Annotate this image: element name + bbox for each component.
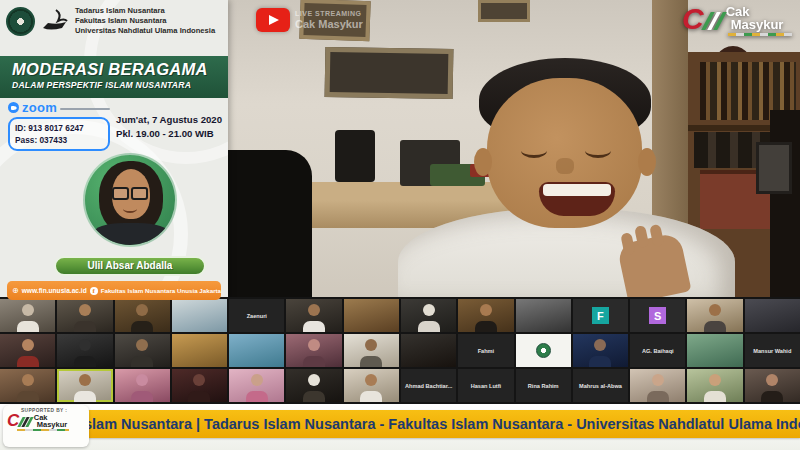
organizer-lines: Tadarus Islam Nusantara Fakultas Islam N… <box>75 6 215 36</box>
person-head <box>365 374 377 386</box>
participant-tile[interactable] <box>57 369 112 402</box>
participant-tile[interactable] <box>344 334 399 367</box>
person-head <box>79 339 91 351</box>
participant-tile[interactable] <box>401 299 456 332</box>
logo-slashes-icon <box>706 12 722 30</box>
person-body <box>704 391 726 402</box>
participant-tile[interactable] <box>401 334 456 367</box>
participant-tile[interactable]: Fahmi <box>458 334 513 367</box>
logo-slashes-icon <box>20 417 31 427</box>
person-head <box>709 304 721 316</box>
wall-frame <box>478 0 530 22</box>
meeting-pass: Pass: 037433 <box>15 134 103 146</box>
participant-name: Hasan Lutfi <box>469 383 503 389</box>
participant-tile[interactable] <box>687 299 742 332</box>
live-channel-label: Cak Masykur <box>295 18 363 30</box>
poster-header: Tadarus Islam Nusantara Fakultas Islam N… <box>6 6 222 36</box>
zoom-camera-icon <box>8 102 19 113</box>
person-body <box>589 356 611 367</box>
zoom-wordmark: zoom <box>22 100 57 115</box>
person-head <box>22 339 34 351</box>
person-head <box>136 339 148 351</box>
participant-tile[interactable] <box>687 369 742 402</box>
participant-tile[interactable] <box>0 369 55 402</box>
participant-tile[interactable] <box>286 334 341 367</box>
participant-tile[interactable] <box>115 369 170 402</box>
person-head <box>308 339 320 351</box>
participant-tile[interactable]: Zaenuri <box>229 299 284 332</box>
participant-tile[interactable] <box>286 369 341 402</box>
shelf-object <box>756 142 792 194</box>
participant-tile[interactable] <box>172 299 227 332</box>
person-head <box>423 304 435 316</box>
participant-tile[interactable]: AG. Baihaqi <box>630 334 685 367</box>
event-time: Pkl. 19.00 - 21.00 WIB <box>116 127 222 141</box>
participant-tile[interactable] <box>687 334 742 367</box>
speaker-name-ribbon: Ulil Absar Abdalla <box>54 256 206 276</box>
participant-name: AG. Baihaqi <box>640 348 676 354</box>
brand-word-2: Masykur <box>731 18 792 31</box>
participant-tile[interactable]: Ahmad Bachtiar... <box>401 369 456 402</box>
participant-tile[interactable]: Rina Rahim <box>516 369 571 402</box>
brand-tagline-bar <box>17 429 69 431</box>
participant-tile[interactable] <box>57 299 112 332</box>
person-body <box>303 321 325 332</box>
eye <box>585 143 611 158</box>
person-head <box>22 304 34 316</box>
person-body <box>360 391 382 402</box>
participant-tile[interactable] <box>0 299 55 332</box>
participant-tile[interactable] <box>286 299 341 332</box>
person-body <box>704 321 726 332</box>
participant-tile[interactable]: F <box>573 299 628 332</box>
participant-tile[interactable] <box>229 369 284 402</box>
participant-tile[interactable] <box>745 299 800 332</box>
speaker-avatar-shirt <box>93 223 169 247</box>
person-body <box>475 321 497 332</box>
facebook-page: Fakultas Islam Nusantara Unusia Jakarta <box>101 287 221 294</box>
event-schedule: Jum'at, 7 Agustus 2020 Pkl. 19.00 - 21.0… <box>116 100 222 151</box>
cak-masykur-logo: C Cak Masykur <box>682 6 792 36</box>
participant-row: ZaenuriFS <box>0 299 800 332</box>
person-head <box>22 374 34 386</box>
participant-tile[interactable] <box>630 369 685 402</box>
participant-tile[interactable]: S <box>630 299 685 332</box>
participant-tile[interactable] <box>458 299 513 332</box>
person-head <box>136 304 148 316</box>
participant-tile[interactable] <box>0 334 55 367</box>
person-head <box>480 304 492 316</box>
participant-name: Rina Rahim <box>526 383 561 389</box>
dark-column <box>770 110 800 297</box>
person-head <box>308 304 320 316</box>
org-line: Fakultas Islam Nusantara <box>75 16 215 26</box>
person-head <box>251 374 263 386</box>
unusia-logo-icon <box>6 7 35 36</box>
participant-tile[interactable] <box>516 299 571 332</box>
participant-tile[interactable] <box>172 334 227 367</box>
event-date: Jum'at, 7 Agustus 2020 <box>116 113 222 127</box>
supported-by-badge: SUPPORTED BY : C Cak Masykur <box>3 405 89 447</box>
org-line: Universitas Nahdlatul Ulama Indonesia <box>75 26 215 36</box>
website-url: www.fin.unusia.ac.id <box>22 287 87 294</box>
participant-tile[interactable] <box>115 299 170 332</box>
person-body <box>17 321 39 332</box>
participant-tile[interactable] <box>516 334 571 367</box>
participant-tile[interactable]: Hasan Lutfi <box>458 369 513 402</box>
participant-tile[interactable] <box>115 334 170 367</box>
bottom-bar: slam Nusantara | Tadarus Islam Nusantara… <box>0 404 800 450</box>
participant-tile[interactable]: Mansur Wahid <box>745 334 800 367</box>
facebook-icon: f <box>90 287 98 295</box>
participant-tile[interactable] <box>344 369 399 402</box>
person-body <box>303 356 325 367</box>
letter-avatar: S <box>649 307 666 324</box>
participant-tile[interactable]: Mahrus al-Abwa <box>573 369 628 402</box>
participant-tile[interactable] <box>745 369 800 402</box>
participant-tile[interactable] <box>573 334 628 367</box>
participant-tile[interactable] <box>57 334 112 367</box>
participant-tile[interactable] <box>344 299 399 332</box>
participant-tile[interactable] <box>229 334 284 367</box>
participant-tile[interactable] <box>172 369 227 402</box>
meeting-credentials: ID: 913 8017 6247 Pass: 037433 <box>8 117 110 151</box>
news-ticker: slam Nusantara | Tadarus Islam Nusantara… <box>78 410 800 438</box>
participant-name: Mahrus al-Abwa <box>577 383 624 389</box>
ear <box>638 148 656 176</box>
